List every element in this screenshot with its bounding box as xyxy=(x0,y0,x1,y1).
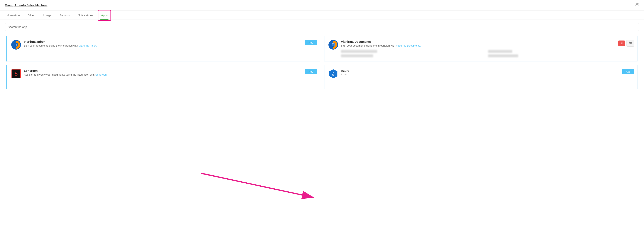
team-title: Team: Athento Sales Machine xyxy=(5,4,47,7)
user-icon[interactable] xyxy=(635,3,639,8)
svg-point-11 xyxy=(629,42,630,43)
sphereon-info: Sphereon Register and verify your docume… xyxy=(24,69,316,76)
blurred-field-1 xyxy=(341,50,377,53)
azure-logo: 10 01 xyxy=(328,69,338,79)
viafirma-inbox-logo: ⬇ xyxy=(11,40,21,50)
svg-text:01: 01 xyxy=(332,74,334,76)
tab-security[interactable]: Security xyxy=(59,11,71,20)
tabs-container: Information Billing Usage Security Notif… xyxy=(0,11,644,20)
tab-apps-wrapper: Apps xyxy=(100,11,108,20)
viafirma-documents-users-button[interactable] xyxy=(626,40,634,47)
sphereon-logo-box: S xyxy=(12,69,21,78)
viafirma-inbox-actions: Add xyxy=(305,40,317,45)
viafirma-documents-name: ViaFirma Documents xyxy=(341,40,633,43)
team-name: Athento Sales Machine xyxy=(14,4,47,7)
svg-point-12 xyxy=(631,42,632,43)
azure-add-button[interactable]: Add xyxy=(622,69,634,74)
sphereon-logo: S xyxy=(11,69,21,79)
azure-subtitle: Azure xyxy=(341,73,633,76)
app-card-azure: 10 01 Azure Azure Add xyxy=(324,65,638,89)
tab-apps[interactable]: Apps xyxy=(100,11,108,20)
azure-info: Azure Azure xyxy=(341,69,633,76)
tab-usage[interactable]: Usage xyxy=(42,11,52,20)
page-header: Team: Athento Sales Machine xyxy=(0,0,644,11)
viafirma-documents-logo xyxy=(328,40,338,50)
azure-actions: Add xyxy=(622,69,634,74)
apps-grid: ⬇ ViaFirma Inbox Sign your documents usi… xyxy=(0,34,644,91)
viafirma-inbox-add-button[interactable]: Add xyxy=(305,40,317,45)
viafirma-documents-actions: 🗑 xyxy=(618,40,634,47)
app-card-sphereon: S Sphereon Register and verify your docu… xyxy=(6,65,320,89)
svg-text:⬇: ⬇ xyxy=(15,44,17,46)
tab-billing[interactable]: Billing xyxy=(27,11,36,20)
sphereon-name: Sphereon xyxy=(24,69,316,72)
blurred-field-3 xyxy=(341,54,373,57)
blurred-field-4 xyxy=(488,54,518,57)
svg-text:10: 10 xyxy=(332,72,334,74)
app-card-viafirma-inbox: ⬇ ViaFirma Inbox Sign your documents usi… xyxy=(6,36,320,62)
sphereon-add-button[interactable]: Add xyxy=(305,69,317,74)
viafirma-documents-desc: Sign your documents using the integratio… xyxy=(341,44,633,47)
svg-point-1 xyxy=(638,3,639,5)
blurred-field-2 xyxy=(488,50,512,53)
viafirma-documents-info: ViaFirma Documents Sign your documents u… xyxy=(341,40,633,57)
azure-name: Azure xyxy=(341,69,633,72)
tab-notifications[interactable]: Notifications xyxy=(77,11,94,20)
viafirma-documents-blurred xyxy=(341,50,633,57)
search-container xyxy=(0,20,644,34)
viafirma-inbox-info: ViaFirma Inbox Sign your documents using… xyxy=(24,40,316,47)
sphereon-actions: Add xyxy=(305,69,317,74)
viafirma-inbox-desc: Sign your documents using the integratio… xyxy=(24,44,316,47)
sphereon-desc: Register and verify your documents using… xyxy=(24,73,316,76)
viafirma-documents-delete-button[interactable]: 🗑 xyxy=(618,41,625,46)
tab-information[interactable]: Information xyxy=(5,11,20,20)
app-card-viafirma-documents: ViaFirma Documents Sign your documents u… xyxy=(324,36,638,62)
svg-point-0 xyxy=(636,3,638,5)
viafirma-inbox-name: ViaFirma Inbox xyxy=(24,40,316,43)
team-label: Team: xyxy=(5,4,14,7)
search-input[interactable] xyxy=(5,23,639,31)
